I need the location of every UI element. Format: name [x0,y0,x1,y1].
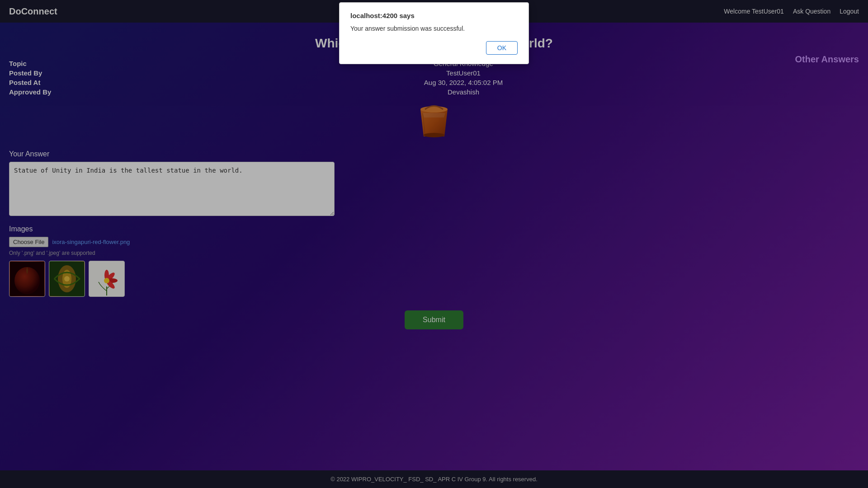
modal-box: localhost:4200 says Your answer submissi… [339,2,529,64]
modal-overlay: localhost:4200 says Your answer submissi… [0,0,868,488]
modal-message: Your answer submission was successful. [350,25,518,32]
modal-footer: OK [350,41,518,55]
modal-ok-button[interactable]: OK [486,41,518,55]
modal-title: localhost:4200 says [350,12,518,19]
